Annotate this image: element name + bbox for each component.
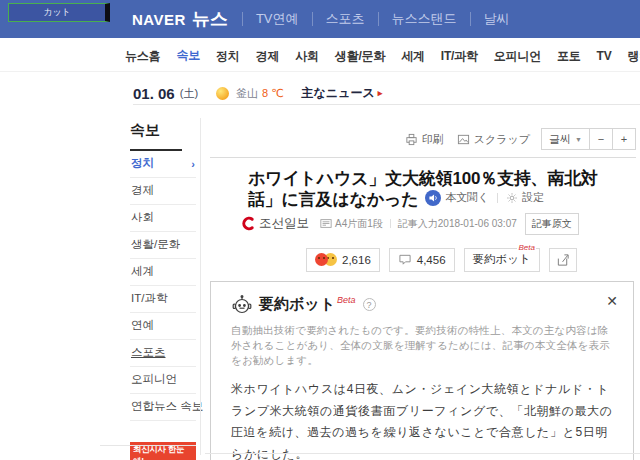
font-size-label: 글씨 [549,132,571,147]
sidebar-item-it-science[interactable]: IT/과학 [130,286,196,313]
sidebar-item-label: 경제 [131,183,154,198]
article-main: 印刷 スクラップ 글씨 ▼ − + ホワイトハウス」文大統領100％支持、南北対… [210,128,636,460]
nav-newshome[interactable]: 뉴스홈 [124,38,161,72]
sidebar-item-entertainment[interactable]: 연예 [130,313,196,340]
nav-politics[interactable]: 정치 [215,38,241,72]
overlay-cut-label: カット [43,6,71,19]
divider [200,118,201,455]
summary-bot-button[interactable]: 要約ボット Beta [464,248,540,272]
sidebar-item-world[interactable]: 세계 [130,259,196,286]
naver-logo-text: NAVER [132,11,186,28]
summary-panel-title: 要約ボット [259,295,335,314]
sidebar-item-sports[interactable]: 스포츠 [130,340,196,367]
comments-button[interactable]: 4,456 [389,248,455,272]
red-arrow-icon: ▸ [378,88,383,98]
nav-society[interactable]: 사회 [294,38,320,72]
divider [133,104,640,105]
nav-life-culture[interactable]: 생활/문화 [334,38,386,72]
sidebar-item-opinion[interactable]: 오피니언 [130,367,196,394]
gear-icon [506,192,518,204]
sidebar-title: 속보 [130,121,182,151]
font-size-controls: 글씨 ▼ − + [541,128,636,150]
print-button[interactable]: 印刷 [405,132,444,147]
help-icon[interactable]: ? [363,298,376,311]
divider [100,445,196,446]
meta-page-info: A4片面1段 [335,217,383,231]
section-nav: 뉴스홈 속보 정치 경제 사회 생활/문화 세계 IT/과학 오피니언 포토 T… [0,38,640,72]
meta-timestamp: 記事入力2018-01-06 03:07 [398,217,517,231]
sidebar-item-life-culture[interactable]: 생활/문화 [130,232,196,259]
naver-news-page: カット NAVER 뉴스 TV연예 스포츠 뉴스스탠드 날씨 뉴스홈 속보 정치… [0,0,640,460]
scrap-label: スクラップ [474,132,530,147]
service-link-weather[interactable]: 날씨 [470,12,523,26]
chevron-right-icon: › [191,159,195,169]
breaking-sidebar: 속보 정치 › 경제 사회 생활/문화 세계 IT/과학 연예 스포츠 오피니언… [130,121,196,460]
nav-it-science[interactable]: IT/과학 [440,38,479,72]
date-text: 01. 06 [133,85,175,102]
sidebar-item-economy[interactable]: 경제 [130,178,196,205]
sidebar-item-politics[interactable]: 정치 › [130,151,196,178]
close-icon[interactable]: ✕ [606,293,618,309]
sidebar-item-yonhap-breaking[interactable]: 연합뉴스 속보 [130,394,196,421]
article-toolbar: 印刷 スクラップ 글씨 ▼ − + [210,128,636,158]
summary-bot-panel: 要約ボット Beta ? ✕ 自動抽出技術で要約されたものです。要約技術の特性上… [210,281,634,460]
newspaper-icon [320,218,332,229]
sidebar-item-label: 정치 [131,156,154,171]
service-link-tv[interactable]: TV연예 [242,12,312,26]
scrap-button[interactable]: スクラップ [457,132,530,147]
settings-label: 設定 [522,190,544,205]
comment-count: 4,456 [417,254,446,266]
service-link-newsstand[interactable]: 뉴스스탠드 [378,12,470,26]
date-weather-bar: 01. 06 (土) 釜山 8 ℃ 主なニュース ▸ 常識inニュース [133,83,640,103]
article-meta: A4片面1段 記事入力2018-01-06 03:07 記事原文 [320,213,579,235]
article-header: ホワイトハウス」文大統領100％支持、南北対話」に言及はなかった本文聞く設定 조… [210,158,636,272]
sidebar-item-label: IT/과학 [131,291,167,306]
global-header: カット NAVER 뉴스 TV연예 스포츠 뉴스스탠드 날씨 [0,0,640,38]
divider [205,453,640,454]
nav-economy[interactable]: 경제 [255,38,281,72]
printer-icon [405,133,418,146]
emotion-reactions-button[interactable]: 2,616 [306,248,380,272]
nav-breaking[interactable]: 속보 [175,38,201,72]
listen-label[interactable]: 本文聞く [445,188,488,207]
share-button[interactable] [549,248,577,272]
font-smaller-button[interactable]: − [589,128,613,150]
press-logo[interactable]: 조선일보 [240,215,314,232]
font-larger-button[interactable]: + [612,128,636,150]
nav-world[interactable]: 세계 [400,38,426,72]
service-links: TV연예 스포츠 뉴스스탠드 날씨 [242,12,523,26]
main-news-link[interactable]: 主なニュース ▸ [302,85,383,102]
divider [497,193,498,203]
sidebar-menu: 정치 › 경제 사회 생활/문화 세계 IT/과학 연예 스포츠 오피니언 연합… [130,151,196,421]
share-icon [556,253,570,267]
nav-opinion[interactable]: 오피니언 [493,38,542,72]
sidebar-item-label: 사회 [131,210,154,225]
summary-disclaimer: 自動抽出技術で要約されたものです。要約技術の特性上、本文の主な内容は除外されるこ… [231,323,613,369]
overlay-cut-button[interactable]: カット [8,3,110,22]
angry-emoji-icon [315,253,328,266]
summary-bot-label: 要約ボット [473,252,531,267]
nav-photo[interactable]: 포토 [556,38,582,72]
sidebar-item-society[interactable]: 사회 [130,205,196,232]
summary-paragraph-1: 米ホワイトハウスは4日夜、ムン・ジェイン大統領とドナルド・トランプ米大統領の通貨… [231,379,613,460]
font-size-dropdown[interactable]: 글씨 ▼ [541,128,590,150]
nav-ranking[interactable]: 랭킹뉴스 [627,38,640,72]
weather-city[interactable]: 釜山 [236,86,258,101]
press-name: 조선일보 [259,215,309,232]
original-article-button[interactable]: 記事原文 [525,213,579,235]
divider [390,219,391,228]
sidebar-item-label: 세계 [131,264,154,279]
service-link-sports[interactable]: 스포츠 [312,12,378,26]
beta-badge: Beta [337,295,356,305]
article-title-line1: ホワイトハウス」文大統領100％支持、南北対 [248,169,598,188]
listen-audio-button[interactable] [425,190,441,206]
press-meta-row: 조선일보 A4片面1段 記事入力2018-01-06 03:07 記事原文 [240,213,636,235]
comment-bubble-icon [398,253,412,266]
news-service-text: 뉴스 [192,7,228,31]
main-news-label: 主なニュース [302,85,375,102]
settings-button[interactable]: 設定 [506,190,544,205]
article-title-line2: 話」に言及はなかった [248,190,418,209]
scrap-icon [457,133,470,146]
naver-news-logo[interactable]: NAVER 뉴스 [132,7,228,31]
nav-tv[interactable]: TV [596,39,613,70]
